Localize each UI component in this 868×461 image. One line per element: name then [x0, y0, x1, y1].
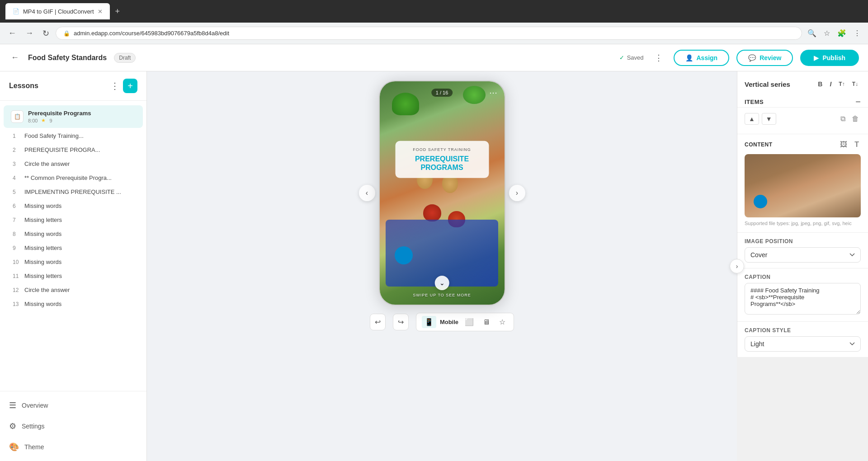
- slide-indicator: 1 / 16: [431, 89, 453, 97]
- header-more-btn[interactable]: ⋮: [651, 51, 666, 65]
- lesson-stars: 9: [49, 118, 52, 123]
- sidebar: Lessons ⋮ + 📋 Prerequisite Programs 8:00…: [0, 71, 147, 461]
- assign-icon: 👤: [685, 54, 693, 61]
- sidebar-nav-overview[interactable]: ☰ Overview: [0, 395, 146, 416]
- lock-icon: 🔒: [63, 30, 70, 37]
- swipe-down-btn[interactable]: ⌄: [435, 276, 449, 290]
- app-header: ← Food Safety Standards Draft ✓ Saved ⋮ …: [0, 44, 868, 71]
- desktop-view-btn[interactable]: 🖥: [480, 316, 493, 328]
- slide-options-btn[interactable]: ⋯: [489, 88, 497, 98]
- undo-btn[interactable]: ↩: [370, 314, 386, 330]
- content-title: CONTENT: [745, 141, 773, 148]
- slide-item-7[interactable]: 7 Missing letters: [0, 213, 146, 227]
- sidebar-add-btn[interactable]: +: [123, 79, 137, 93]
- canvas-area: ‹ 1 /: [147, 71, 737, 461]
- sidebar-header: Lessons ⋮ +: [0, 71, 146, 101]
- slide-item-6[interactable]: 6 Missing words: [0, 199, 146, 213]
- tablet-view-btn[interactable]: ⬜: [462, 316, 476, 328]
- assign-button[interactable]: 👤 Assign: [674, 50, 730, 66]
- redo-btn[interactable]: ↪: [393, 314, 409, 330]
- sidebar-nav: ☰ Overview ⚙ Settings 🎨 Theme: [0, 391, 146, 461]
- slide-item-1[interactable]: 1 Food Safety Training...: [0, 129, 146, 143]
- italic-btn[interactable]: I: [827, 79, 834, 89]
- publish-button[interactable]: ▶ Publish: [800, 50, 859, 66]
- saved-indicator: ✓ Saved: [619, 54, 644, 61]
- image-position-select[interactable]: Cover Contain Fill: [745, 247, 861, 263]
- file-types-note: Supported file types: jpg, jpeg, png, gi…: [745, 220, 861, 227]
- panel-header: Vertical series B I T↑ T↓: [737, 71, 868, 93]
- apple-decoration-1: [423, 204, 441, 221]
- sidebar-title: Lessons: [9, 82, 38, 90]
- sidebar-nav-theme-label: Theme: [24, 443, 44, 451]
- image-preview[interactable]: [745, 154, 861, 217]
- sidebar-more-btn[interactable]: ⋮: [110, 79, 119, 93]
- browser-nav-icons: 🔍 ☆ 🧩 ⋮: [806, 27, 863, 39]
- main-layout: Lessons ⋮ + 📋 Prerequisite Programs 8:00…: [0, 71, 868, 461]
- content-text-btn[interactable]: T: [853, 140, 861, 150]
- content-actions: 🖼 T: [838, 140, 861, 150]
- phone-container: ‹ 1 /: [379, 80, 505, 306]
- course-title: Food Safety Standards: [28, 54, 107, 62]
- slide-item-2[interactable]: 2 PREREQUISITE PROGRA...: [0, 143, 146, 157]
- right-panel: Vertical series B I T↑ T↓ Items − ▲: [737, 71, 868, 357]
- publish-label: Publish: [822, 54, 845, 61]
- panel-toggle-btn[interactable]: ›: [730, 259, 744, 273]
- slide-item-9[interactable]: 9 Missing letters: [0, 241, 146, 255]
- mobile-view-btn[interactable]: 📱: [422, 316, 436, 328]
- star-view-btn[interactable]: ☆: [496, 316, 508, 328]
- caption-style-select[interactable]: Light Dark None: [745, 336, 861, 352]
- right-panel-wrapper: › Vertical series B I T↑ T↓ Items −: [737, 71, 868, 461]
- nav-forward-btn[interactable]: →: [23, 27, 36, 40]
- caption-textarea[interactable]: #### Food Safety Training # <sb>**Prereq…: [745, 283, 861, 315]
- slide-item-4[interactable]: 4 ** Common Prerequisite Progra...: [0, 171, 146, 185]
- nav-back-btn[interactable]: ←: [5, 27, 19, 40]
- lesson-item-prerequisite[interactable]: 📋 Prerequisite Programs 8:00 ★ 9: [4, 105, 143, 128]
- items-minus-btn[interactable]: −: [855, 97, 861, 107]
- view-label: Mobile: [440, 319, 458, 325]
- active-tab[interactable]: 📄 MP4 to GIF | CloudConvert ✕: [5, 3, 110, 19]
- item-delete-btn[interactable]: 🗑: [850, 114, 861, 124]
- slide-label-12: Circle the answer: [24, 287, 70, 293]
- slide-label-5: IMPLEMENTING PREREQUISITE ...: [24, 188, 121, 195]
- slide-item-5[interactable]: 5 IMPLEMENTING PREREQUISITE ...: [0, 185, 146, 199]
- browser-chrome: 📄 MP4 to GIF | CloudConvert ✕ +: [0, 0, 868, 23]
- header-back-btn[interactable]: ←: [9, 51, 21, 64]
- phone-next-btn[interactable]: ›: [509, 185, 525, 201]
- url-text: admin.edapp.com/course/645983bd9076679a5…: [74, 30, 794, 37]
- sidebar-nav-settings[interactable]: ⚙ Settings: [0, 416, 146, 437]
- content-image-btn[interactable]: 🖼: [838, 140, 849, 150]
- extensions-icon[interactable]: 🧩: [835, 27, 848, 39]
- phone-prev-btn[interactable]: ‹: [359, 185, 375, 201]
- slide-item-8[interactable]: 8 Missing words: [0, 227, 146, 241]
- slide-label-8: Missing words: [24, 230, 61, 237]
- slide-item-11[interactable]: 11 Missing letters: [0, 269, 146, 283]
- star-icon: ★: [41, 118, 46, 123]
- search-icon[interactable]: 🔍: [806, 27, 818, 39]
- url-bar[interactable]: 🔒 admin.edapp.com/course/645983bd9076679…: [56, 27, 802, 40]
- bold-btn[interactable]: B: [815, 79, 825, 89]
- slide-item-10[interactable]: 10 Missing words: [0, 255, 146, 269]
- slide-item-13[interactable]: 13 Missing words: [0, 297, 146, 311]
- item-down-btn[interactable]: ▼: [762, 113, 776, 125]
- item-up-btn[interactable]: ▲: [745, 113, 759, 125]
- bookmark-icon[interactable]: ☆: [822, 27, 832, 39]
- overview-icon: ☰: [9, 400, 16, 410]
- nav-reload-btn[interactable]: ↻: [40, 27, 52, 40]
- text-down-btn[interactable]: T↓: [849, 79, 861, 89]
- tab-close-btn[interactable]: ✕: [98, 8, 103, 15]
- text-up-btn[interactable]: T↑: [836, 79, 847, 89]
- slide-item-3[interactable]: 3 Circle the answer: [0, 157, 146, 171]
- items-nav: ▲ ▼ ⧉ 🗑: [745, 113, 861, 125]
- panel-scroll: Items − ▲ ▼ ⧉ 🗑 CONTENT: [737, 93, 868, 357]
- caption-title: PREREQUISITEPROGRAMS: [402, 155, 481, 172]
- sidebar-nav-theme[interactable]: 🎨 Theme: [0, 437, 146, 457]
- lesson-name: Prerequisite Programs: [28, 110, 134, 117]
- slide-item-12[interactable]: 12 Circle the answer: [0, 283, 146, 297]
- item-copy-btn[interactable]: ⧉: [839, 114, 847, 124]
- lesson-meta: 8:00 ★ 9: [28, 118, 134, 123]
- tab-label: MP4 to GIF | CloudConvert: [23, 8, 94, 15]
- review-button[interactable]: 💬 Review: [736, 50, 793, 66]
- slide-label-1: Food Safety Training...: [24, 132, 84, 139]
- menu-icon[interactable]: ⋮: [852, 27, 863, 39]
- new-tab-btn[interactable]: +: [115, 7, 120, 16]
